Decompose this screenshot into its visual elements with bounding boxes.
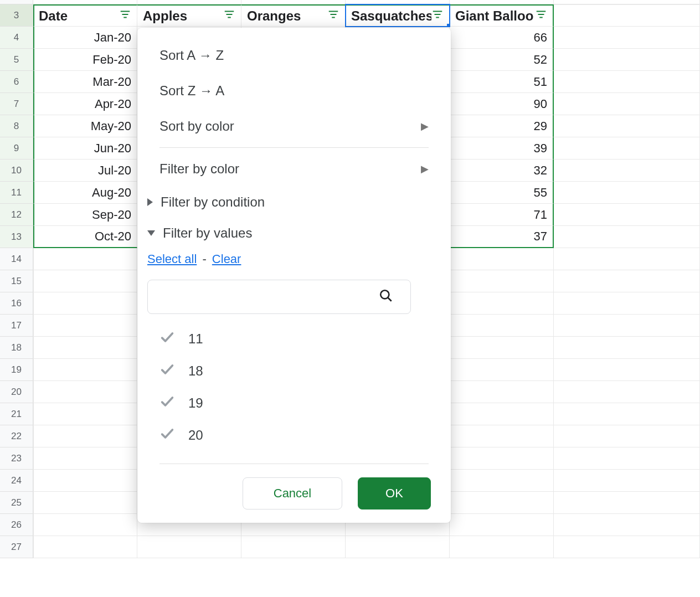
cell[interactable] (554, 381, 700, 403)
cell[interactable] (554, 403, 700, 425)
row-number[interactable]: 19 (0, 359, 33, 381)
row-number[interactable]: 16 (0, 292, 33, 315)
cell-date[interactable]: Jan-20 (33, 27, 137, 49)
cell[interactable] (450, 248, 554, 270)
cell[interactable] (554, 425, 700, 447)
sort-by-color[interactable]: Sort by color ▶ (137, 109, 451, 144)
row-number[interactable]: 13 (0, 226, 33, 248)
filter-value-item[interactable]: 11 (137, 323, 451, 355)
cell[interactable] (554, 93, 700, 115)
select-all-link[interactable]: Select all (147, 252, 197, 266)
cell[interactable] (450, 514, 554, 536)
filter-icon[interactable] (431, 8, 444, 24)
cell[interactable] (554, 226, 700, 248)
row-number[interactable]: 6 (0, 71, 33, 93)
cell[interactable] (450, 381, 554, 403)
cell-date[interactable]: Sep-20 (33, 204, 137, 226)
row-number[interactable]: 5 (0, 49, 33, 71)
cell[interactable] (554, 115, 700, 137)
cell[interactable] (450, 403, 554, 425)
row-number[interactable]: 11 (0, 182, 33, 204)
cell[interactable] (450, 315, 554, 337)
cell[interactable] (33, 470, 137, 492)
cell-date[interactable]: May-20 (33, 115, 137, 137)
cell-value[interactable]: 66 (450, 27, 554, 49)
cell-date[interactable]: Jun-20 (33, 137, 137, 159)
row-number[interactable]: 18 (0, 337, 33, 359)
cell-date[interactable]: Jul-20 (33, 159, 137, 182)
cell-value[interactable]: 52 (450, 49, 554, 71)
sort-za[interactable]: Sort Z → A (137, 73, 451, 109)
cell[interactable] (554, 337, 700, 359)
filter-icon[interactable] (535, 8, 547, 24)
cell[interactable] (554, 292, 700, 315)
filter-by-condition-toggle[interactable]: Filter by condition (137, 187, 451, 218)
filter-icon[interactable] (223, 8, 235, 24)
row-number[interactable]: 7 (0, 93, 33, 115)
cell[interactable] (554, 359, 700, 381)
cell[interactable] (450, 492, 554, 514)
filter-by-values-toggle[interactable]: Filter by values (137, 218, 451, 249)
cell[interactable] (554, 536, 700, 558)
cell[interactable] (33, 381, 137, 403)
cell-date[interactable]: Mar-20 (33, 71, 137, 93)
cell[interactable] (33, 337, 137, 359)
sort-az[interactable]: Sort A → Z (137, 38, 451, 73)
cell[interactable] (33, 536, 137, 558)
filter-by-color[interactable]: Filter by color ▶ (137, 151, 451, 187)
cell[interactable] (450, 337, 554, 359)
row-number[interactable]: 23 (0, 447, 33, 470)
cell-value[interactable]: 32 (450, 159, 554, 182)
cell-date[interactable]: Feb-20 (33, 49, 137, 71)
cell-value[interactable]: 90 (450, 93, 554, 115)
cell[interactable] (554, 492, 700, 514)
header-sasquatches[interactable]: Sasquatches (346, 4, 450, 27)
cell[interactable] (33, 248, 137, 270)
row-number[interactable]: 25 (0, 492, 33, 514)
cell-value[interactable]: 51 (450, 71, 554, 93)
header-oranges[interactable]: Oranges (241, 4, 346, 27)
row-number[interactable]: 21 (0, 403, 33, 425)
cell-value[interactable]: 71 (450, 204, 554, 226)
cell[interactable] (554, 315, 700, 337)
row-number[interactable]: 14 (0, 248, 33, 270)
cell[interactable] (450, 536, 554, 558)
cancel-button[interactable]: Cancel (243, 477, 342, 509)
cell[interactable] (33, 292, 137, 315)
filter-search-input[interactable] (147, 280, 411, 314)
cell[interactable] (450, 270, 554, 292)
cell[interactable] (33, 447, 137, 470)
row-number[interactable]: 3 (0, 4, 33, 27)
row-number[interactable]: 4 (0, 27, 33, 49)
cell[interactable] (554, 248, 700, 270)
cell[interactable] (450, 359, 554, 381)
cell[interactable] (554, 49, 700, 71)
cell-value[interactable]: 55 (450, 182, 554, 204)
cell-value[interactable]: 39 (450, 137, 554, 159)
filter-value-item[interactable]: 20 (137, 419, 451, 451)
row-number[interactable]: 24 (0, 470, 33, 492)
filter-value-item[interactable]: 19 (137, 387, 451, 419)
row-number[interactable] (0, 0, 33, 4)
cell[interactable] (137, 536, 241, 558)
row-number[interactable]: 9 (0, 137, 33, 159)
row-number[interactable]: 17 (0, 315, 33, 337)
row-number[interactable]: 8 (0, 115, 33, 137)
cell[interactable] (450, 447, 554, 470)
cell[interactable] (33, 359, 137, 381)
row-number[interactable]: 10 (0, 159, 33, 182)
ok-button[interactable]: OK (358, 477, 431, 509)
cell[interactable] (346, 536, 450, 558)
cell[interactable] (554, 27, 700, 49)
cell[interactable] (554, 159, 700, 182)
cell[interactable] (554, 182, 700, 204)
cell-date[interactable]: Apr-20 (33, 93, 137, 115)
header-date[interactable]: Date (33, 4, 137, 27)
filter-icon[interactable] (327, 8, 339, 24)
header-apples[interactable]: Apples (137, 4, 241, 27)
cell[interactable] (450, 425, 554, 447)
cell[interactable] (33, 315, 137, 337)
row-number[interactable]: 27 (0, 536, 33, 558)
cell[interactable] (554, 470, 700, 492)
cell-value[interactable]: 37 (450, 226, 554, 248)
